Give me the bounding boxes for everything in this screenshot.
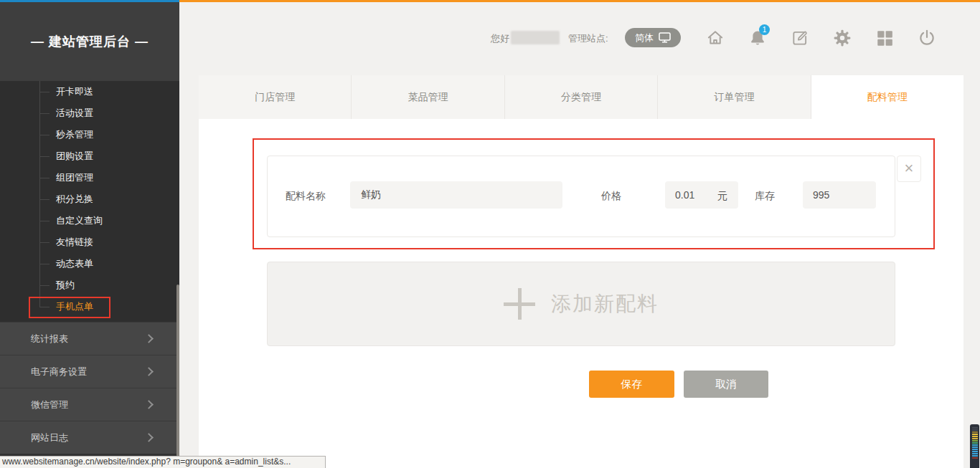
close-icon[interactable]: × <box>897 156 921 182</box>
sidebar-section-label: 电子商务设置 <box>31 366 87 378</box>
tab[interactable]: 门店管理 <box>199 75 352 119</box>
tab[interactable]: 订单管理 <box>658 75 811 119</box>
minimap-stripe <box>972 442 978 444</box>
sidebar-menu-item[interactable]: 积分兑换 <box>0 188 179 210</box>
locale-switch-button[interactable]: 简体 <box>625 28 681 47</box>
chevron-right-icon <box>144 334 154 343</box>
sidebar-menu-item[interactable]: 开卡即送 <box>0 81 179 102</box>
ingredient-name-input[interactable] <box>350 181 562 209</box>
minimap-stripe <box>972 457 978 459</box>
sidebar: — 建站管理后台 — 开卡即送 活动设置 秒杀管理 团购设置 <box>0 2 179 468</box>
price-unit-label: 元 <box>717 190 727 203</box>
minimap-stripe <box>972 436 978 437</box>
app-title: — 建站管理后台 — <box>0 2 179 81</box>
add-ingredient-label: 添加新配料 <box>551 290 659 317</box>
save-button[interactable]: 保存 <box>589 371 674 398</box>
chevron-right-icon <box>144 367 154 376</box>
gear-icon[interactable] <box>833 29 852 47</box>
sidebar-menu-item-label: 友情链接 <box>56 237 93 247</box>
power-icon[interactable] <box>918 29 936 47</box>
sidebar-menu-item-label: 自定义查询 <box>56 215 103 226</box>
minimap-stripe <box>972 455 978 457</box>
tab[interactable]: 配料管理 <box>811 75 963 119</box>
redacted-username <box>511 31 560 44</box>
sidebar-section-label: 网站日志 <box>31 431 68 444</box>
sidebar-menu-item[interactable]: 自定义查询 <box>0 210 179 231</box>
home-icon[interactable] <box>706 29 725 47</box>
tab-label: 菜品管理 <box>408 91 448 104</box>
manage-site-label: 管理站点: <box>568 32 608 45</box>
locale-label: 简体 <box>635 32 654 44</box>
minimap-stripe <box>972 429 978 431</box>
minimap-stripe <box>972 444 978 446</box>
sidebar-section[interactable]: 微信管理 <box>0 388 179 421</box>
sidebar-menu-item-label: 活动设置 <box>56 108 93 118</box>
tab-label: 分类管理 <box>561 91 601 104</box>
sidebar-menu-item[interactable]: 预约 <box>0 274 179 296</box>
sidebar-menu-item[interactable]: 团购设置 <box>0 145 179 167</box>
sidebar-scrollbar-thumb[interactable] <box>176 285 179 457</box>
sidebar-menu-item-label: 秒杀管理 <box>56 129 93 140</box>
notification-badge: 1 <box>759 24 770 35</box>
minimap-stripe <box>972 453 978 454</box>
sidebar-menu-item[interactable]: 友情链接 <box>0 231 179 253</box>
sidebar-menu-item-label: 积分兑换 <box>56 194 93 204</box>
sidebar-section-label: 微信管理 <box>31 398 68 411</box>
sidebar-menu-item[interactable]: 活动设置 <box>0 102 179 124</box>
tab-label: 配料管理 <box>867 91 908 104</box>
sidebar-menu-item-label: 团购设置 <box>56 151 93 161</box>
sidebar-menu-item-label: 手机点单 <box>56 301 93 312</box>
top-accent-orange <box>179 0 980 2</box>
sidebar-menu-item-label: 开卡即送 <box>56 86 93 97</box>
plus-icon <box>504 288 535 320</box>
minimap-stripe <box>972 427 978 429</box>
chevron-right-icon <box>144 400 154 409</box>
chevron-right-icon <box>144 433 154 442</box>
edit-icon[interactable] <box>791 29 809 47</box>
sidebar-menu-item-label: 组团管理 <box>56 172 93 183</box>
cancel-button[interactable]: 取消 <box>684 371 768 398</box>
sidebar-submenu: 开卡即送 活动设置 秒杀管理 团购设置 组团管理 <box>0 81 179 322</box>
admin-backend-page: — 建站管理后台 — 开卡即送 活动设置 秒杀管理 团购设置 <box>0 0 980 468</box>
greeting-text: 您好 <box>491 32 509 45</box>
stock-input[interactable] <box>803 181 876 209</box>
sidebar-menu-item[interactable]: 组团管理 <box>0 167 179 188</box>
tab-bar: 门店管理 菜品管理 分类管理 订单管理 配料管理 <box>199 75 963 119</box>
monitor-icon <box>659 32 671 43</box>
price-label: 价格 <box>601 190 621 203</box>
sidebar-menu-item[interactable]: 动态表单 <box>0 253 179 274</box>
sidebar-sections: 统计报表 电子商务设置 微信管理 网站日志 <box>0 322 179 454</box>
minimap-stripe <box>972 438 978 439</box>
sidebar-section[interactable]: 网站日志 <box>0 421 179 454</box>
tab[interactable]: 菜品管理 <box>352 75 504 119</box>
sidebar-section[interactable]: 电子商务设置 <box>0 355 179 388</box>
minimap-stripe <box>972 449 978 450</box>
grid-icon[interactable] <box>875 29 894 47</box>
sidebar-section-label: 统计报表 <box>31 333 68 345</box>
stock-label: 库存 <box>755 190 775 203</box>
minimap-stripe <box>972 434 978 435</box>
sidebar-section[interactable]: 统计报表 <box>0 322 179 355</box>
sidebar-menu-item-label: 预约 <box>56 280 75 290</box>
ingredient-name-label: 配料名称 <box>286 190 326 203</box>
sidebar-menu-item[interactable]: 手机点单 <box>0 296 179 317</box>
minimap-stripe <box>972 440 978 441</box>
tab-label: 门店管理 <box>255 91 295 104</box>
scroll-minimap-widget[interactable] <box>970 424 979 468</box>
minimap-stripe <box>972 431 978 433</box>
tab[interactable]: 分类管理 <box>505 75 658 119</box>
minimap-stripe <box>972 446 978 448</box>
sidebar-menu-item-label: 动态表单 <box>56 258 93 269</box>
minimap-stripe <box>972 451 978 452</box>
browser-status-url: www.websitemanage.cn/website/index.php? … <box>0 456 326 468</box>
sidebar-menu-item[interactable]: 秒杀管理 <box>0 124 179 145</box>
tab-label: 订单管理 <box>714 91 754 104</box>
add-ingredient-button[interactable]: 添加新配料 <box>267 262 895 346</box>
